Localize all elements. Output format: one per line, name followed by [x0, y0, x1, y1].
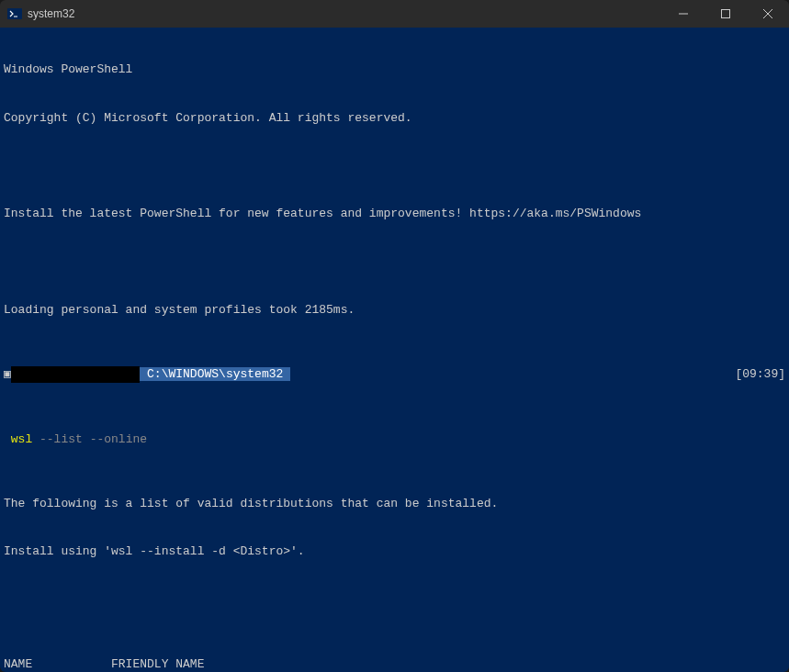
- distro-table: NAME FRIENDLY NAMEUbuntu UbuntuDebian De…: [4, 656, 785, 672]
- blank-line: [4, 592, 785, 608]
- titlebar[interactable]: system32: [0, 0, 789, 28]
- window-title: system32: [28, 7, 662, 20]
- powershell-window: system32 Windows PowerShell Copyright (C…: [0, 0, 789, 672]
- blank-line: [4, 158, 785, 174]
- command-args: --list --online: [32, 432, 147, 446]
- table-header: NAME FRIENDLY NAME: [4, 656, 785, 672]
- powershell-icon: [7, 6, 22, 21]
- minimize-button[interactable]: [662, 0, 704, 28]
- prompt-time: [09:39]: [735, 366, 785, 383]
- blank-line: [4, 254, 785, 270]
- command-line: wsl --list --online: [4, 431, 785, 448]
- prompt-line: ▣ C:\WINDOWS\system32 [09:39]: [4, 366, 785, 383]
- prompt-glyph: ▣: [4, 367, 11, 381]
- window-controls: [662, 0, 789, 28]
- close-button[interactable]: [747, 0, 789, 28]
- output-line: The following is a list of valid distrib…: [4, 496, 785, 512]
- output-line: Install using 'wsl --install -d <Distro>…: [4, 543, 785, 560]
- svg-rect-0: [7, 8, 22, 19]
- header-line: Install the latest PowerShell for new fe…: [4, 206, 785, 222]
- prompt-path: C:\WINDOWS\system32: [140, 367, 290, 381]
- terminal-viewport[interactable]: Windows PowerShell Copyright (C) Microso…: [0, 28, 789, 672]
- command-name: wsl: [11, 432, 32, 446]
- header-line: Windows PowerShell: [4, 62, 785, 78]
- header-line: Loading personal and system profiles too…: [4, 302, 785, 319]
- maximize-button[interactable]: [704, 0, 747, 28]
- header-line: Copyright (C) Microsoft Corporation. All…: [4, 110, 785, 127]
- redacted-user: [11, 366, 140, 383]
- svg-rect-3: [722, 10, 730, 18]
